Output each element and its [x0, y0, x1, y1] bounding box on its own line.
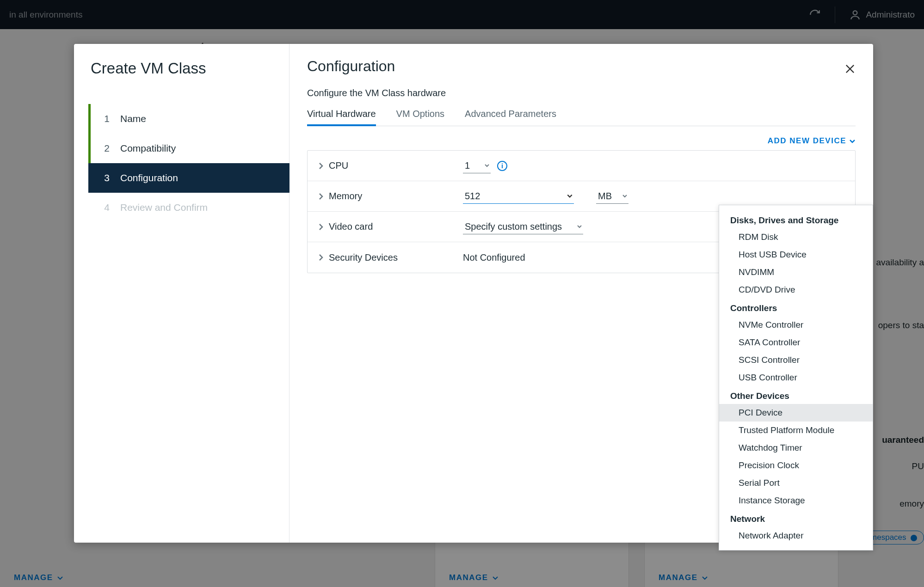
chevron-right-icon[interactable]: [318, 253, 329, 262]
dropdown-item-network-adapter[interactable]: Network Adapter: [719, 527, 873, 544]
tabs: Virtual HardwareVM OptionsAdvanced Param…: [307, 109, 856, 126]
memory-input[interactable]: 512: [463, 189, 574, 204]
dropdown-section-header: Other Devices: [719, 386, 873, 404]
dropdown-item-sata-controller[interactable]: SATA Controller: [719, 334, 873, 351]
tab-vm-options[interactable]: VM Options: [396, 109, 444, 126]
info-icon[interactable]: i: [497, 161, 507, 171]
wizard-step-compatibility[interactable]: 2Compatibility: [88, 134, 289, 163]
dropdown-item-usb-controller[interactable]: USB Controller: [719, 369, 873, 386]
cpu-row: CPU 1 i: [308, 151, 855, 181]
chevron-right-icon[interactable]: [318, 223, 329, 231]
tab-virtual-hardware[interactable]: Virtual Hardware: [307, 109, 376, 126]
wizard-step-name[interactable]: 1Name: [88, 104, 289, 134]
tab-advanced-parameters[interactable]: Advanced Parameters: [465, 109, 556, 126]
add-new-device-button[interactable]: ADD NEW DEVICE: [768, 136, 856, 146]
create-vm-class-modal: Create VM Class 1Name2Compatibility3Conf…: [74, 44, 873, 543]
wizard-step-configuration[interactable]: 3Configuration: [88, 163, 290, 193]
dropdown-item-trusted-platform-module[interactable]: Trusted Platform Module: [719, 422, 873, 439]
chevron-right-icon[interactable]: [318, 192, 329, 201]
dropdown-item-precision-clock[interactable]: Precision Clock: [719, 457, 873, 474]
video-card-select[interactable]: Specify custom settings: [463, 220, 583, 234]
page-subtitle: Configure the VM Class hardware: [307, 88, 856, 98]
dropdown-item-watchdog-timer[interactable]: Watchdog Timer: [719, 439, 873, 457]
memory-unit-select[interactable]: MB: [596, 189, 628, 204]
dropdown-item-rdm-disk[interactable]: RDM Disk: [719, 228, 873, 246]
main-panel: Configuration Configure the VM Class har…: [290, 44, 873, 543]
dropdown-item-nvme-controller[interactable]: NVMe Controller: [719, 316, 873, 334]
dropdown-item-host-usb-device[interactable]: Host USB Device: [719, 246, 873, 263]
cpu-select[interactable]: 1: [463, 159, 491, 173]
dropdown-section-header: Disks, Drives and Storage: [719, 211, 873, 228]
dropdown-section-header: Controllers: [719, 299, 873, 316]
chevron-right-icon[interactable]: [318, 162, 329, 170]
wizard-step-review-and-confirm: 4Review and Confirm: [91, 193, 289, 222]
dropdown-item-serial-port[interactable]: Serial Port: [719, 474, 873, 492]
dropdown-item-instance-storage[interactable]: Instance Storage: [719, 492, 873, 509]
dropdown-item-scsi-controller[interactable]: SCSI Controller: [719, 351, 873, 369]
wizard-sidebar: Create VM Class 1Name2Compatibility3Conf…: [74, 44, 290, 543]
add-device-dropdown: Disks, Drives and StorageRDM DiskHost US…: [719, 205, 873, 550]
dropdown-item-cd-dvd-drive[interactable]: CD/DVD Drive: [719, 281, 873, 299]
wizard-title: Create VM Class: [91, 60, 289, 77]
close-icon[interactable]: [844, 62, 858, 77]
dropdown-item-nvdimm[interactable]: NVDIMM: [719, 263, 873, 281]
page-title: Configuration: [307, 58, 856, 75]
dropdown-item-pci-device[interactable]: PCI Device: [719, 404, 873, 422]
dropdown-section-header: Network: [719, 509, 873, 527]
